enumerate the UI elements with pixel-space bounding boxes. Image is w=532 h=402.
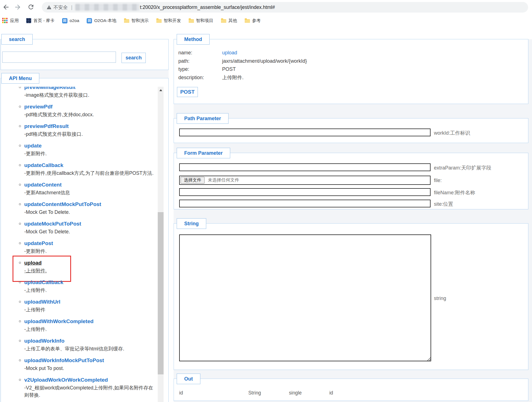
api-method-link[interactable]: uploadWithUrl — [24, 299, 156, 305]
bookmarks-bar: 应用 首页 - 摩卡 o2oa O2OA-本地 智和演示 智和开发 智和项目 其… — [0, 14, 532, 27]
search-panel-title: search — [1, 34, 33, 45]
scrollbar-thumb[interactable] — [158, 212, 164, 374]
bookmark-item[interactable]: 首页 - 摩卡 — [26, 18, 55, 24]
form-parameter-title: Form Parameter — [177, 148, 230, 158]
method-section-title: Method — [177, 34, 210, 45]
api-method-link[interactable]: previewImageResult — [24, 87, 156, 91]
method-row-path: path: jaxrs/attachment/upload/work/{work… — [178, 57, 307, 66]
api-menu-item[interactable]: v2UploadWorkOrWorkCompleted -V2_根据work或w… — [24, 377, 156, 399]
reload-icon[interactable] — [27, 3, 35, 11]
form-parameter-section: Form Parameter extraParam:天印扩展字段 选择文件 未选… — [174, 153, 528, 209]
api-menu-item[interactable]: update -更新附件. — [24, 142, 156, 157]
api-menu-item[interactable]: updateContentMockPutToPost -Mock Get To … — [24, 201, 156, 216]
api-menu-item[interactable]: uploadWithWorkCompleted -上传附件. — [24, 318, 156, 333]
security-label: 不安全 — [54, 4, 68, 11]
bullet-icon — [19, 320, 21, 322]
api-method-desc: -Mock put To post. — [24, 365, 156, 372]
file-input[interactable]: 选择文件 未选择任何文件 — [179, 176, 431, 185]
api-method-link[interactable]: update — [24, 142, 156, 149]
method-name-value[interactable]: upload — [222, 49, 237, 57]
search-input[interactable] — [2, 52, 116, 63]
browser-window: 不安全 | t:20020/x_processplatform_assemble… — [0, 0, 532, 402]
choose-file-button[interactable]: 选择文件 — [181, 177, 205, 184]
api-menu-item[interactable]: updateContent -更新Attachment信息 — [24, 181, 156, 196]
bookmark-item[interactable]: 智和项目 — [189, 18, 213, 24]
bookmark-item[interactable]: 应用 — [2, 18, 19, 24]
api-menu-item[interactable]: uploadWorkInfoMockPutToPost -Mock put To… — [24, 357, 156, 372]
api-menu-item[interactable]: updatePost -更新附件. — [24, 240, 156, 255]
api-method-link[interactable]: updateMockPutToPost — [24, 221, 156, 227]
api-method-desc: -V2_根据work或workCompleted上传附件,如果同名附件存在则替换… — [24, 384, 156, 399]
filename-input[interactable] — [179, 188, 431, 196]
api-menu-item[interactable]: upload -上传附件. — [24, 260, 156, 274]
bookmark-item[interactable]: 其他 — [221, 18, 237, 24]
api-method-link[interactable]: upload — [24, 260, 156, 266]
browser-toolbar: 不安全 | t:20020/x_processplatform_assemble… — [0, 0, 532, 14]
folder-icon — [156, 19, 162, 23]
api-method-link[interactable]: updateContentMockPutToPost — [24, 201, 156, 208]
bookmark-item[interactable]: o2oa — [62, 18, 79, 23]
api-method-desc: -image格式预览文件获取接口. — [24, 91, 156, 99]
string-section: String string — [174, 223, 528, 370]
bullet-icon — [19, 184, 21, 186]
folder-icon — [189, 19, 194, 23]
bullet-icon — [19, 164, 21, 166]
o2oa-icon — [87, 18, 92, 23]
method-description-value: 上传附件. — [222, 74, 244, 82]
api-method-link[interactable]: uploadWithWorkCompleted — [24, 318, 156, 325]
bookmark-item[interactable]: O2OA-本地 — [87, 18, 116, 24]
api-method-link[interactable]: uploadWorkInfo — [24, 338, 156, 344]
scrollbar-up-icon[interactable] — [158, 87, 164, 93]
method-row-description: description: 上传附件. — [178, 74, 307, 82]
api-menu-item[interactable]: updateMockPutToPost -Mock Get To Delete. — [24, 221, 156, 235]
api-method-link[interactable]: v2UploadWorkOrWorkCompleted — [24, 377, 156, 383]
api-method-link[interactable]: updateContent — [24, 181, 156, 188]
extraparam-input[interactable] — [179, 163, 431, 171]
api-menu-item[interactable]: uploadCallback -上传附件. — [24, 279, 156, 294]
api-menu-item[interactable]: previewImageResult -image格式预览文件获取接口. — [24, 87, 156, 99]
not-secure-warning-icon — [47, 5, 51, 9]
scrollbar-track[interactable] — [158, 87, 164, 402]
method-path-label: path: — [178, 57, 222, 66]
api-menu-item[interactable]: uploadWorkInfo -上传工单的表单、审批记录等html信息到缓存. — [24, 338, 156, 352]
api-method-link[interactable]: updatePost — [24, 240, 156, 247]
folder-icon — [124, 19, 129, 23]
api-method-desc: -上传附件. — [24, 267, 156, 274]
address-bar[interactable]: 不安全 | t:20020/x_processplatform_assemble… — [42, 2, 528, 13]
api-method-link[interactable]: updateCallback — [24, 162, 156, 169]
out-cell-type: String — [248, 390, 288, 396]
api-menu-scroll-area: previewImageResult -image格式预览文件获取接口. pre… — [1, 87, 157, 402]
api-menu-list: previewImageResult -image格式预览文件获取接口. pre… — [1, 87, 157, 399]
file-label: file: — [434, 178, 442, 183]
api-method-desc: -更新Attachment信息 — [24, 189, 156, 196]
api-method-link[interactable]: previewPdfResult — [24, 123, 156, 130]
out-cell-id: id — [179, 390, 247, 396]
bullet-icon — [19, 242, 21, 244]
back-icon[interactable] — [2, 3, 10, 11]
bookmark-item[interactable]: 智和演示 — [124, 18, 149, 24]
workid-input[interactable] — [179, 129, 431, 136]
search-button[interactable]: search — [122, 53, 146, 63]
api-method-link[interactable]: uploadWorkInfoMockPutToPost — [24, 357, 156, 364]
api-menu-item[interactable]: uploadWithUrl -上传附件 — [24, 299, 156, 313]
method-rows: name: upload path: jaxrs/attachment/uplo… — [178, 49, 307, 82]
api-menu-item[interactable]: updateCallback -更新附件,使用callback方式,为了与前台兼… — [24, 162, 156, 177]
api-method-link[interactable]: previewPdf — [24, 103, 156, 110]
api-method-desc: -更新附件. — [24, 150, 156, 157]
bullet-icon — [19, 340, 21, 342]
post-execute-button[interactable]: POST — [177, 87, 198, 97]
forward-icon[interactable] — [13, 3, 22, 11]
api-menu-item[interactable]: previewPdf -pdf格式预览文件,支持doc,docx. — [24, 103, 156, 118]
string-body-textarea[interactable] — [179, 234, 431, 361]
site-input[interactable] — [179, 200, 431, 207]
api-menu-item[interactable]: previewPdfResult -pdf格式预览文件获取接口. — [24, 123, 156, 138]
bullet-icon — [19, 262, 21, 264]
path-parameter-title: Path Parameter — [177, 113, 229, 124]
bookmark-item[interactable]: 参考 — [245, 18, 261, 24]
api-method-desc: -Mock Get To Delete. — [24, 209, 156, 216]
bookmark-item[interactable]: 智和开发 — [156, 18, 181, 24]
path-parameter-section: Path Parameter workId:工作标识 — [174, 118, 528, 143]
o2oa-icon — [62, 18, 67, 23]
api-method-link[interactable]: uploadCallback — [24, 279, 156, 286]
search-panel: search search — [1, 39, 169, 70]
